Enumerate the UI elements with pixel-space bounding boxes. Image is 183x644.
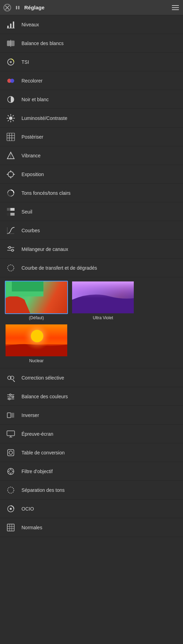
ocio-icon	[5, 503, 17, 515]
menu-label-courbes: Courbes	[21, 228, 40, 233]
menu-item-recolorer[interactable]: Recolorer	[0, 71, 183, 90]
menu-label-luminosite: Luminosité/Contraste	[21, 115, 67, 121]
menu-label-posteriser: Postériser	[21, 134, 43, 140]
svg-line-25	[13, 120, 14, 121]
svg-point-50	[11, 249, 14, 251]
close-button[interactable]	[3, 4, 11, 11]
svg-line-27	[8, 120, 9, 121]
svg-rect-3	[18, 6, 20, 9]
menu-item-tons-fonces[interactable]: Tons foncés/tons clairs	[0, 184, 183, 202]
svg-rect-66	[7, 431, 15, 436]
menu-item-tsi[interactable]: TSI	[0, 53, 183, 71]
menu-label-melangeur: Mélangeur de canaux	[21, 246, 68, 252]
menu-label-inverser: Inverser	[21, 412, 39, 418]
menu-item-balance-blancs[interactable]: Balance des blancs	[0, 34, 183, 53]
thumbnails-row-1: (Défaut) Ultra Violet	[5, 281, 178, 320]
pause-button[interactable]	[14, 4, 21, 11]
balance-couleurs-icon	[5, 391, 17, 402]
svg-point-70	[9, 451, 12, 454]
menu-item-table-conversion[interactable]: Table de conversion	[0, 443, 183, 462]
menu-item-balance-couleurs[interactable]: Balance des couleurs	[0, 387, 183, 406]
menu-item-inverser[interactable]: Inverser	[0, 406, 183, 425]
menu-label-tons-fonces: Tons foncés/tons clairs	[21, 190, 71, 196]
menu-item-melangeur[interactable]: Mélangeur de canaux	[0, 240, 183, 259]
vibrance-icon	[5, 150, 17, 162]
svg-rect-44	[10, 213, 15, 216]
menu-item-posteriser[interactable]: Postériser	[0, 128, 183, 146]
filtre-objectif-icon	[5, 465, 17, 477]
svg-rect-64	[7, 413, 11, 418]
svg-point-17	[10, 79, 14, 83]
balance-blancs-icon	[5, 37, 17, 49]
menu-item-epreuve-ecran[interactable]: Épreuve-écran	[0, 425, 183, 443]
thumbnail-label-nuclear: Nuclear	[29, 358, 43, 363]
svg-rect-69	[8, 450, 14, 456]
tons-fonces-icon	[5, 187, 17, 199]
separation-tons-icon	[5, 484, 17, 496]
menu-label-epreuve-ecran: Épreuve-écran	[21, 431, 53, 437]
inverser-icon	[5, 409, 17, 421]
tsi-icon	[5, 56, 17, 68]
menu-item-exposition[interactable]: Exposition	[0, 165, 183, 184]
thumbnail-label-ultraviolet: Ultra Violet	[93, 315, 113, 320]
menu-label-table-conversion: Table de conversion	[21, 450, 65, 455]
svg-point-19	[9, 116, 12, 120]
noir-blanc-icon	[5, 94, 17, 105]
menu-label-exposition: Exposition	[21, 172, 44, 177]
menu-item-niveaux[interactable]: Niveaux	[0, 15, 183, 34]
recolorer-icon	[5, 75, 17, 87]
header: Réglage	[0, 0, 183, 15]
melangeur-icon	[5, 243, 17, 255]
menu-item-separation-tons[interactable]: Séparation des tons	[0, 481, 183, 499]
thumbnails-row-2: Nuclear	[5, 324, 178, 363]
svg-line-24	[8, 115, 9, 116]
exposition-icon	[5, 168, 17, 180]
svg-rect-7	[7, 26, 9, 28]
thumbnail-nuclear[interactable]: Nuclear	[5, 324, 68, 363]
menu-item-noir-blanc[interactable]: Noir et blanc	[0, 90, 183, 109]
menu-item-courbes[interactable]: Courbes	[0, 221, 183, 240]
svg-rect-43	[7, 208, 10, 211]
svg-rect-8	[10, 24, 11, 28]
svg-point-62	[9, 398, 10, 400]
svg-rect-28	[7, 133, 15, 141]
menu-button[interactable]	[171, 3, 180, 12]
menu-item-vibrance[interactable]: Vibrance	[0, 146, 183, 165]
menu-item-courbe-transfert[interactable]: Courbe de transfert et de dégradés	[0, 259, 183, 277]
normales-icon	[5, 522, 17, 533]
svg-point-56	[10, 394, 11, 395]
thumbnail-defaut[interactable]: (Défaut)	[5, 281, 68, 320]
menu-item-ocio[interactable]: OCIO	[0, 499, 183, 518]
menu-label-courbe-transfert: Courbe de transfert et de dégradés	[21, 265, 97, 271]
thumbnail-ultraviolet[interactable]: Ultra Violet	[71, 281, 134, 320]
menu-item-normales[interactable]: Normales	[0, 518, 183, 537]
menu-label-niveaux: Niveaux	[21, 22, 39, 27]
thumbnail-img-defaut	[5, 281, 68, 314]
svg-rect-12	[11, 41, 15, 46]
thumbnails-section: (Défaut) Ultra Violet Nuclear	[0, 277, 183, 368]
svg-point-15	[10, 61, 12, 63]
menu-item-correction-selective[interactable]: Correction sélective	[0, 368, 183, 387]
svg-point-72	[9, 470, 12, 473]
svg-point-35	[8, 172, 14, 177]
svg-rect-42	[10, 208, 15, 211]
menu-item-seuil[interactable]: Seuil	[0, 202, 183, 221]
epreuve-ecran-icon	[5, 428, 17, 440]
menu-label-seuil: Seuil	[21, 209, 32, 215]
menu-item-luminosite[interactable]: Luminosité/Contraste	[0, 109, 183, 128]
page-title: Réglage	[24, 5, 171, 10]
correction-selective-icon	[5, 372, 17, 384]
menu-label-balance-blancs: Balance des blancs	[21, 41, 63, 46]
thumbnail-img-ultraviolet	[71, 281, 134, 314]
menu-label-ocio: OCIO	[21, 506, 34, 512]
posteriser-icon	[5, 131, 17, 143]
menu-label-balance-couleurs: Balance des couleurs	[21, 394, 68, 399]
courbes-icon	[5, 225, 17, 236]
svg-point-48	[9, 246, 11, 249]
menu-item-filtre-objectif[interactable]: Filtre d'objectif	[0, 462, 183, 481]
menu-label-filtre-objectif: Filtre d'objectif	[21, 469, 53, 474]
svg-point-51	[8, 265, 14, 271]
courbe-transfert-icon	[5, 262, 17, 274]
svg-point-79	[10, 508, 12, 510]
levels-icon	[5, 19, 17, 31]
